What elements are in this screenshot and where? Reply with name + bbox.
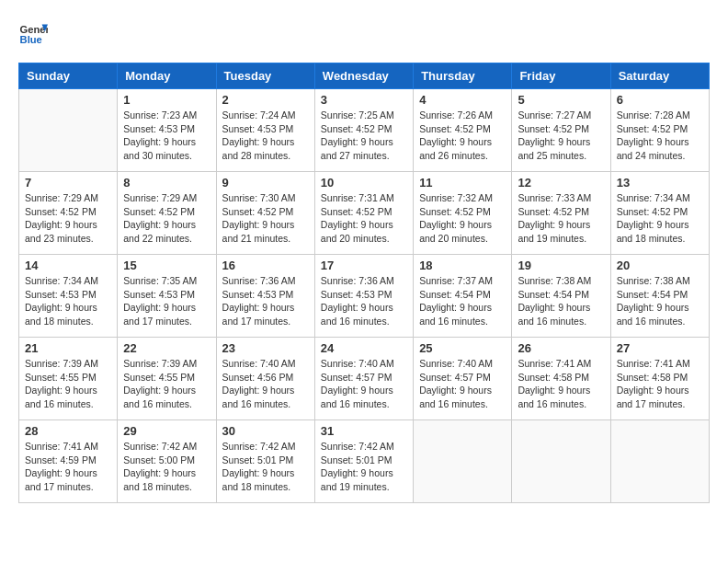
day-info: Sunrise: 7:33 AMSunset: 4:52 PMDaylight:… [518, 191, 604, 246]
day-info: Sunrise: 7:39 AMSunset: 4:55 PMDaylight:… [25, 357, 111, 411]
day-info: Sunrise: 7:26 AMSunset: 4:52 PMDaylight:… [419, 109, 506, 163]
day-info: Sunrise: 7:29 AMSunset: 4:52 PMDaylight:… [123, 191, 210, 246]
day-number: 17 [321, 259, 407, 272]
calendar-cell: 26Sunrise: 7:41 AMSunset: 4:58 PMDayligh… [512, 338, 610, 420]
calendar-cell: 31Sunrise: 7:42 AMSunset: 5:01 PMDayligh… [314, 420, 413, 503]
calendar-cell: 29Sunrise: 7:42 AMSunset: 5:00 PMDayligh… [118, 420, 216, 503]
day-info: Sunrise: 7:42 AMSunset: 5:01 PMDaylight:… [321, 440, 407, 494]
day-info: Sunrise: 7:41 AMSunset: 4:58 PMDaylight:… [617, 357, 703, 411]
day-info: Sunrise: 7:40 AMSunset: 4:57 PMDaylight:… [321, 357, 407, 411]
day-info: Sunrise: 7:39 AMSunset: 4:55 PMDaylight:… [123, 357, 210, 411]
day-info: Sunrise: 7:35 AMSunset: 4:53 PMDaylight:… [123, 274, 210, 328]
calendar-cell [19, 89, 118, 172]
day-info: Sunrise: 7:30 AMSunset: 4:52 PMDaylight:… [222, 191, 309, 246]
calendar-cell: 7Sunrise: 7:29 AMSunset: 4:52 PMDaylight… [19, 172, 118, 255]
day-info: Sunrise: 7:27 AMSunset: 4:52 PMDaylight:… [518, 109, 604, 163]
calendar-cell: 21Sunrise: 7:39 AMSunset: 4:55 PMDayligh… [19, 338, 118, 420]
day-number: 14 [25, 259, 111, 272]
day-number: 27 [617, 341, 703, 355]
calendar-cell: 2Sunrise: 7:24 AMSunset: 4:53 PMDaylight… [216, 89, 314, 172]
calendar-week-2: 14Sunrise: 7:34 AMSunset: 4:53 PMDayligh… [19, 255, 710, 338]
day-info: Sunrise: 7:29 AMSunset: 4:52 PMDaylight:… [25, 191, 111, 246]
day-info: Sunrise: 7:41 AMSunset: 4:59 PMDaylight:… [25, 440, 111, 494]
page-header: General Blue [18, 18, 710, 48]
calendar-cell: 13Sunrise: 7:34 AMSunset: 4:52 PMDayligh… [610, 172, 709, 255]
day-info: Sunrise: 7:28 AMSunset: 4:52 PMDaylight:… [617, 109, 703, 163]
day-number: 6 [617, 93, 703, 107]
calendar-cell: 10Sunrise: 7:31 AMSunset: 4:52 PMDayligh… [314, 172, 413, 255]
day-info: Sunrise: 7:31 AMSunset: 4:52 PMDaylight:… [321, 191, 407, 246]
logo-icon: General Blue [18, 18, 48, 48]
day-info: Sunrise: 7:36 AMSunset: 4:53 PMDaylight:… [321, 274, 407, 328]
day-number: 8 [123, 176, 210, 190]
calendar-week-0: 1Sunrise: 7:23 AMSunset: 4:53 PMDaylight… [19, 89, 710, 172]
day-info: Sunrise: 7:40 AMSunset: 4:57 PMDaylight:… [419, 357, 506, 411]
day-info: Sunrise: 7:23 AMSunset: 4:53 PMDaylight:… [123, 109, 210, 163]
calendar-cell: 3Sunrise: 7:25 AMSunset: 4:52 PMDaylight… [314, 89, 413, 172]
day-info: Sunrise: 7:34 AMSunset: 4:52 PMDaylight:… [617, 191, 703, 246]
day-info: Sunrise: 7:34 AMSunset: 4:53 PMDaylight:… [25, 274, 111, 328]
day-info: Sunrise: 7:41 AMSunset: 4:58 PMDaylight:… [518, 357, 604, 411]
header-thursday: Thursday [414, 63, 512, 89]
day-number: 29 [123, 424, 210, 438]
calendar-cell: 6Sunrise: 7:28 AMSunset: 4:52 PMDaylight… [610, 89, 709, 172]
calendar-cell: 23Sunrise: 7:40 AMSunset: 4:56 PMDayligh… [216, 338, 314, 420]
day-info: Sunrise: 7:32 AMSunset: 4:52 PMDaylight:… [419, 191, 506, 246]
calendar-cell [512, 420, 610, 503]
day-number: 7 [25, 176, 111, 190]
calendar-cell: 11Sunrise: 7:32 AMSunset: 4:52 PMDayligh… [414, 172, 512, 255]
day-number: 23 [222, 341, 309, 355]
day-info: Sunrise: 7:42 AMSunset: 5:00 PMDaylight:… [123, 440, 210, 494]
day-number: 1 [123, 93, 210, 107]
calendar-cell: 17Sunrise: 7:36 AMSunset: 4:53 PMDayligh… [314, 255, 413, 338]
day-info: Sunrise: 7:37 AMSunset: 4:54 PMDaylight:… [419, 274, 506, 328]
day-number: 2 [222, 93, 309, 107]
calendar-cell: 18Sunrise: 7:37 AMSunset: 4:54 PMDayligh… [414, 255, 512, 338]
header-monday: Monday [118, 63, 216, 89]
day-number: 24 [321, 341, 407, 355]
day-number: 30 [222, 424, 309, 438]
day-info: Sunrise: 7:38 AMSunset: 4:54 PMDaylight:… [617, 274, 703, 328]
calendar-cell: 19Sunrise: 7:38 AMSunset: 4:54 PMDayligh… [512, 255, 610, 338]
calendar-cell: 22Sunrise: 7:39 AMSunset: 4:55 PMDayligh… [118, 338, 216, 420]
calendar-week-3: 21Sunrise: 7:39 AMSunset: 4:55 PMDayligh… [19, 338, 710, 420]
day-number: 18 [419, 259, 506, 272]
day-info: Sunrise: 7:38 AMSunset: 4:54 PMDaylight:… [518, 274, 604, 328]
day-info: Sunrise: 7:40 AMSunset: 4:56 PMDaylight:… [222, 357, 309, 411]
day-number: 9 [222, 176, 309, 190]
day-number: 5 [518, 93, 604, 107]
day-number: 20 [617, 259, 703, 272]
calendar-table: SundayMondayTuesdayWednesdayThursdayFrid… [18, 63, 710, 503]
calendar-cell: 25Sunrise: 7:40 AMSunset: 4:57 PMDayligh… [414, 338, 512, 420]
day-number: 28 [25, 424, 111, 438]
calendar-cell: 20Sunrise: 7:38 AMSunset: 4:54 PMDayligh… [610, 255, 709, 338]
day-info: Sunrise: 7:42 AMSunset: 5:01 PMDaylight:… [222, 440, 309, 494]
calendar-cell: 14Sunrise: 7:34 AMSunset: 4:53 PMDayligh… [19, 255, 118, 338]
calendar-header-row: SundayMondayTuesdayWednesdayThursdayFrid… [19, 63, 710, 89]
header-friday: Friday [512, 63, 610, 89]
calendar-week-4: 28Sunrise: 7:41 AMSunset: 4:59 PMDayligh… [19, 420, 710, 503]
day-number: 13 [617, 176, 703, 190]
calendar-cell: 15Sunrise: 7:35 AMSunset: 4:53 PMDayligh… [118, 255, 216, 338]
day-number: 31 [321, 424, 407, 438]
calendar-cell: 16Sunrise: 7:36 AMSunset: 4:53 PMDayligh… [216, 255, 314, 338]
day-number: 15 [123, 259, 210, 272]
day-info: Sunrise: 7:24 AMSunset: 4:53 PMDaylight:… [222, 109, 309, 163]
calendar-cell: 30Sunrise: 7:42 AMSunset: 5:01 PMDayligh… [216, 420, 314, 503]
calendar-cell: 27Sunrise: 7:41 AMSunset: 4:58 PMDayligh… [610, 338, 709, 420]
day-number: 4 [419, 93, 506, 107]
header-tuesday: Tuesday [216, 63, 314, 89]
day-number: 3 [321, 93, 407, 107]
day-number: 11 [419, 176, 506, 190]
calendar-cell: 12Sunrise: 7:33 AMSunset: 4:52 PMDayligh… [512, 172, 610, 255]
calendar-cell [610, 420, 709, 503]
day-number: 10 [321, 176, 407, 190]
day-number: 25 [419, 341, 506, 355]
calendar-cell: 28Sunrise: 7:41 AMSunset: 4:59 PMDayligh… [19, 420, 118, 503]
day-number: 21 [25, 341, 111, 355]
header-sunday: Sunday [19, 63, 118, 89]
calendar-cell: 5Sunrise: 7:27 AMSunset: 4:52 PMDaylight… [512, 89, 610, 172]
svg-text:Blue: Blue [20, 34, 42, 45]
day-number: 26 [518, 341, 604, 355]
day-number: 19 [518, 259, 604, 272]
